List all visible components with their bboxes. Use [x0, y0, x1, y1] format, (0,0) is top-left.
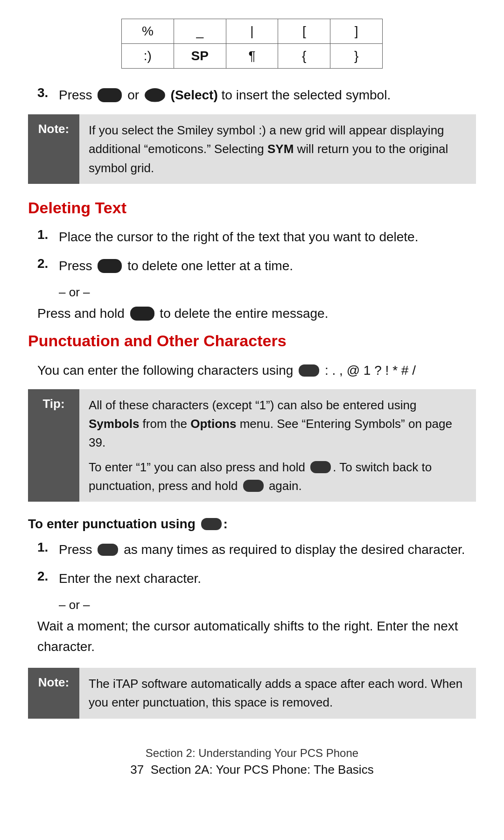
delete-step-1-content: Place the cursor to the right of the tex…: [59, 227, 418, 247]
tip-box: Tip: All of these characters (except “1”…: [28, 389, 476, 502]
punct-step-2-number: 2.: [37, 569, 59, 584]
step-3-select-label: (Select): [171, 88, 218, 102]
footer-main: 37 Section 2A: Your PCS Phone: The Basic…: [28, 763, 476, 777]
footer-sub: Section 2: Understanding Your PCS Phone: [28, 747, 476, 760]
punctuation-intro-before: You can enter the following characters u…: [37, 363, 293, 378]
footer-page-number: 37: [130, 763, 144, 777]
step-3: 3. Press or (Select) to insert the selec…: [28, 85, 476, 105]
symbol-table-wrapper: % _ | [ ] :) SP ¶ { }: [28, 19, 476, 69]
delete-step-2b-before: Press and hold: [37, 306, 125, 321]
delete-step-2-content: Press to delete one letter at a time.: [59, 256, 293, 276]
button-icon-punctuation: [299, 364, 319, 377]
cell-close-bracket: ]: [330, 19, 383, 44]
step-3-number: 3.: [37, 85, 59, 100]
punct-step-2-content: Enter the next character.: [59, 569, 201, 588]
button-icon-subheading: [201, 518, 222, 530]
button-icon-tip-1: [310, 461, 331, 473]
delete-step-2-press: Press: [59, 259, 92, 273]
punct-step-1-number: 1.: [37, 540, 59, 555]
punct-step-1-content: Press as many times as required to displ…: [59, 540, 465, 560]
button-icon-black-oval: [98, 88, 122, 102]
cell-smiley: :): [122, 44, 174, 69]
table-row: :) SP ¶ { }: [122, 44, 383, 69]
button-icon-tip-2: [243, 480, 264, 492]
step-3-after-label: to insert the selected symbol.: [222, 88, 391, 102]
tip-para-2: To enter “1” you can also press and hold…: [89, 458, 467, 496]
punct-step-2b: Wait a moment; the cursor automatically …: [28, 616, 476, 657]
step-3-press-label: Press: [59, 88, 92, 102]
button-icon-punct-step1: [98, 544, 118, 556]
cell-open-brace: {: [278, 44, 330, 69]
delete-step-2-number: 2.: [37, 256, 59, 271]
note-label-1: Note:: [28, 114, 79, 184]
tip-label: Tip:: [28, 389, 79, 502]
delete-step-2: 2. Press to delete one letter at a time.: [28, 256, 476, 276]
button-icon-black-oval-2: [145, 88, 165, 102]
note-box-1: Note: If you select the Smiley symbol :)…: [28, 114, 476, 184]
delete-step-2-after: to delete one letter at a time.: [127, 259, 293, 273]
note-text-1: If you select the Smiley symbol :) a new…: [79, 114, 476, 184]
tip-text: All of these characters (except “1”) can…: [79, 389, 476, 502]
step-3-or-label: or: [127, 88, 139, 102]
tip-para-1: All of these characters (except “1”) can…: [89, 396, 467, 452]
button-icon-delete: [98, 259, 122, 273]
note-label-2: Note:: [28, 668, 79, 719]
step-3-content: Press or (Select) to insert the selected…: [59, 85, 391, 105]
or-separator-1: – or –: [59, 285, 476, 300]
delete-step-1-number: 1.: [37, 227, 59, 242]
subheading-text: To enter punctuation using: [28, 517, 196, 531]
cell-open-bracket: [: [278, 19, 330, 44]
cell-sp: SP: [174, 44, 226, 69]
note-box-2: Note: The iTAP software automatically ad…: [28, 668, 476, 719]
punct-step-2: 2. Enter the next character.: [28, 569, 476, 588]
punctuation-heading: Punctuation and Other Characters: [28, 332, 476, 350]
table-row: % _ | [ ]: [122, 19, 383, 44]
delete-step-1: 1. Place the cursor to the right of the …: [28, 227, 476, 247]
delete-step-2b-after: to delete the entire message.: [160, 306, 328, 321]
footer: Section 2: Understanding Your PCS Phone …: [28, 747, 476, 777]
footer-section-label: Section 2A: Your PCS Phone: The Basics: [151, 763, 374, 777]
symbol-table: % _ | [ ] :) SP ¶ { }: [121, 19, 383, 69]
punctuation-intro-after: : . , @ 1 ? ! * # /: [325, 363, 416, 378]
punctuation-subheading: To enter punctuation using :: [28, 517, 476, 532]
cell-pilcrow: ¶: [226, 44, 278, 69]
cell-percent: %: [122, 19, 174, 44]
cell-underscore: _: [174, 19, 226, 44]
note-text-2: The iTAP software automatically adds a s…: [79, 668, 476, 719]
cell-close-brace: }: [330, 44, 383, 69]
cell-pipe: |: [226, 19, 278, 44]
punct-step-1-after: as many times as required to display the…: [124, 542, 465, 557]
or-separator-2: – or –: [59, 598, 476, 612]
button-icon-delete-hold: [130, 307, 154, 321]
punct-step-1-press: Press: [59, 542, 92, 557]
delete-step-2b: Press and hold to delete the entire mess…: [28, 303, 476, 323]
deleting-text-heading: Deleting Text: [28, 199, 476, 217]
punct-step-1: 1. Press as many times as required to di…: [28, 540, 476, 560]
punctuation-intro: You can enter the following characters u…: [28, 360, 476, 380]
